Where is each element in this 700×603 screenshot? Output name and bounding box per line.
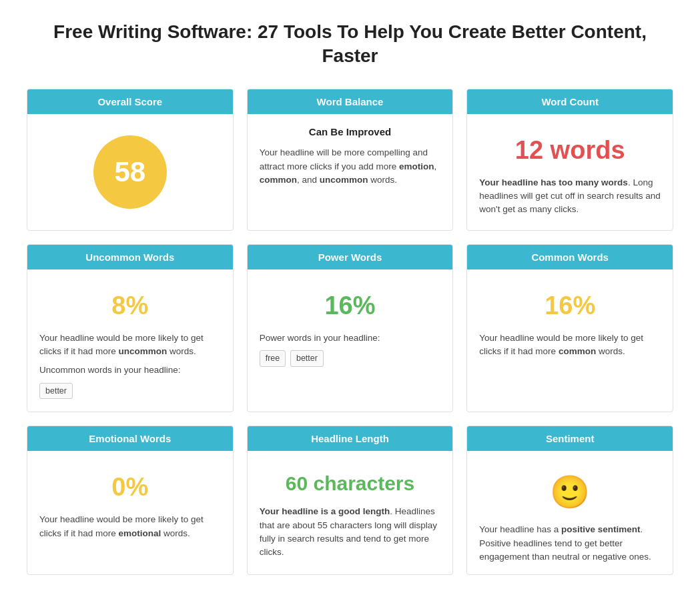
uncommon-words-tags: better bbox=[39, 381, 221, 402]
card-power-words: Power Words 16% Power words in your head… bbox=[247, 244, 454, 413]
headline-length-description: Your headline is a good length. Headline… bbox=[260, 505, 441, 559]
sentiment-bold: positive sentiment bbox=[561, 524, 641, 534]
card-body-word-balance: Can Be Improved Your headline will be mo… bbox=[248, 114, 453, 197]
uncommon-words-description: Your headline would be more likely to ge… bbox=[39, 332, 221, 359]
card-word-count: Word Count 12 words Your headline has to… bbox=[466, 89, 673, 231]
sentiment-description: Your headline has a positive sentiment. … bbox=[479, 523, 661, 564]
card-header-common-words: Common Words bbox=[467, 245, 673, 269]
card-body-uncommon-words: 8% Your headline would be more likely to… bbox=[27, 269, 233, 412]
card-header-headline-length: Headline Length bbox=[248, 426, 453, 451]
common-words-percent: 16% bbox=[479, 287, 661, 325]
card-sentiment: Sentiment 🙂 Your headline has a positive… bbox=[466, 426, 673, 575]
emotional-words-bold: emotional bbox=[119, 528, 161, 538]
card-overall-score: Overall Score 58 bbox=[27, 89, 234, 231]
power-words-tags: free better bbox=[260, 348, 441, 369]
tag-free-power: free bbox=[260, 350, 286, 367]
card-body-headline-length: 60 characters Your headline is a good le… bbox=[248, 451, 453, 570]
emotional-words-percent: 0% bbox=[39, 468, 221, 506]
card-header-uncommon-words: Uncommon Words bbox=[27, 245, 233, 269]
card-body-word-count: 12 words Your headline has too many word… bbox=[467, 114, 673, 227]
power-words-label: Power words in your headline: bbox=[260, 332, 441, 345]
card-emotional-words: Emotional Words 0% Your headline would b… bbox=[27, 426, 234, 575]
score-circle: 58 bbox=[93, 135, 167, 209]
card-header-emotional-words: Emotional Words bbox=[27, 426, 233, 451]
word-balance-common: common bbox=[260, 175, 297, 185]
card-common-words: Common Words 16% Your headline would be … bbox=[466, 244, 673, 413]
page-title: Free Writing Software: 27 Tools To Help … bbox=[27, 20, 673, 69]
cards-grid: Overall Score 58 Word Balance Can Be Imp… bbox=[27, 89, 673, 575]
word-count-bold-note: Your headline has too many words bbox=[479, 177, 628, 187]
card-body-emotional-words: 0% Your headline would be more likely to… bbox=[27, 451, 233, 551]
card-body-power-words: 16% Power words in your headline: free b… bbox=[248, 269, 453, 380]
power-words-percent: 16% bbox=[260, 287, 441, 325]
headline-length-value: 60 characters bbox=[260, 468, 441, 498]
card-headline-length: Headline Length 60 characters Your headl… bbox=[247, 426, 454, 575]
card-body-common-words: 16% Your headline would be more likely t… bbox=[467, 269, 673, 370]
card-uncommon-words: Uncommon Words 8% Your headline would be… bbox=[27, 244, 234, 413]
uncommon-words-label: Uncommon words in your headline: bbox=[39, 364, 221, 377]
sentiment-emoji: 🙂 bbox=[479, 468, 661, 516]
word-count-description: Your headline has too many words. Long h… bbox=[479, 176, 661, 217]
uncommon-words-bold: uncommon bbox=[119, 346, 167, 356]
card-word-balance: Word Balance Can Be Improved Your headli… bbox=[247, 89, 454, 231]
card-header-word-balance: Word Balance bbox=[248, 89, 453, 114]
word-balance-description: Your headline will be more compelling an… bbox=[260, 146, 441, 187]
common-words-description: Your headline would be more likely to ge… bbox=[479, 332, 661, 359]
card-body-overall-score: 58 bbox=[27, 114, 233, 230]
word-balance-emotion: emotion bbox=[399, 161, 434, 171]
headline-length-bold-note: Your headline is a good length bbox=[260, 506, 390, 516]
card-header-overall-score: Overall Score bbox=[27, 89, 233, 114]
common-words-bold: common bbox=[559, 346, 596, 356]
uncommon-words-percent: 8% bbox=[39, 287, 221, 325]
word-count-value: 12 words bbox=[479, 131, 661, 169]
card-header-power-words: Power Words bbox=[248, 245, 453, 269]
word-balance-status: Can Be Improved bbox=[260, 125, 441, 140]
tag-better-power: better bbox=[290, 350, 324, 367]
card-header-word-count: Word Count bbox=[467, 89, 673, 114]
emotional-words-description: Your headline would be more likely to ge… bbox=[39, 513, 221, 540]
tag-better-uncommon: better bbox=[39, 383, 73, 400]
word-balance-uncommon: uncommon bbox=[320, 175, 368, 185]
card-header-sentiment: Sentiment bbox=[467, 426, 673, 451]
card-body-sentiment: 🙂 Your headline has a positive sentiment… bbox=[467, 451, 673, 574]
